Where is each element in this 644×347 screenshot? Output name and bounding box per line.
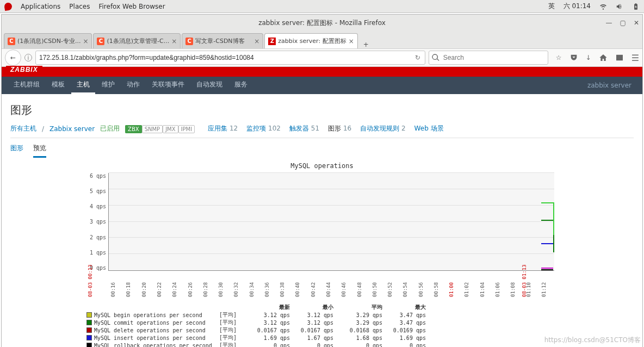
x-tick: 00:42 <box>311 282 316 297</box>
breadcrumb-link[interactable]: 图形 16 <box>328 124 351 133</box>
x-tick: 00:28 <box>203 282 208 297</box>
nav-item[interactable]: 动作 <box>121 77 145 94</box>
browser-tab[interactable]: C写文章-CSDN博客× <box>182 33 263 48</box>
browser-toolbar: ← i ↻ ☆ ↓ ☰ <box>2 48 642 67</box>
window-title: zabbix server: 配置图标 - Mozilla Firefox <box>258 18 386 28</box>
zabbix-favicon: Z <box>268 38 276 45</box>
breadcrumb-link[interactable]: 触发器 51 <box>289 124 319 133</box>
url-bar[interactable]: ↻ <box>35 51 425 65</box>
info-icon[interactable]: i <box>24 54 32 61</box>
page-tab[interactable]: 图形 <box>10 144 23 158</box>
color-swatch <box>86 335 92 340</box>
zabbix-logo[interactable]: ZABBIX <box>6 66 42 77</box>
chart-title: MySQL operations <box>10 162 634 170</box>
y-tick: 6 qps <box>90 173 106 179</box>
csdn-favicon: C <box>97 38 104 45</box>
page-title: 图形 <box>10 103 634 117</box>
x-tick: 00:32 <box>233 282 239 297</box>
tab-close-icon[interactable]: × <box>349 38 354 45</box>
bookmark-star-icon[interactable]: ☆ <box>556 54 562 61</box>
series-line <box>541 220 553 221</box>
breadcrumb-link[interactable]: 应用集 12 <box>208 124 238 133</box>
x-tick: 00:22 <box>157 282 162 297</box>
applications-menu[interactable]: Applications <box>21 3 60 10</box>
close-button[interactable]: ✕ <box>634 19 639 27</box>
chart-plot <box>108 173 554 271</box>
tab-label: (1条消息)CSDN-专业... <box>17 37 81 45</box>
x-tick: 00:30 <box>218 282 224 297</box>
tab-close-icon[interactable]: × <box>83 38 88 45</box>
wifi-icon[interactable] <box>599 3 607 10</box>
volume-icon[interactable] <box>616 3 623 10</box>
nav-item[interactable]: 主机群组 <box>8 77 45 94</box>
series-line <box>541 268 553 269</box>
search-bar[interactable] <box>429 51 548 65</box>
browser-tab[interactable]: C(1条消息)CSDN-专业...× <box>4 33 92 48</box>
x-tick: 00:54 <box>403 282 408 297</box>
tab-close-icon[interactable]: × <box>254 38 259 45</box>
page-tab[interactable]: 预览 <box>33 144 46 158</box>
color-swatch <box>86 320 92 325</box>
breadcrumb-link[interactable]: Web 场景 <box>414 124 444 133</box>
x-tick: 00:36 <box>264 282 270 297</box>
new-tab-button[interactable]: + <box>359 41 373 48</box>
firefox-window: zabbix server: 配置图标 - Mozilla Firefox — … <box>1 14 643 347</box>
x-tick: 00:26 <box>188 282 193 297</box>
x-axis: 08-03 00:1300:1600:1800:2000:2200:2400:2… <box>108 271 554 297</box>
sidebar-icon[interactable] <box>615 53 624 62</box>
app-title: Firefox Web Browser <box>98 3 165 10</box>
x-tick: 00:40 <box>295 282 300 297</box>
downloads-icon[interactable]: ↓ <box>586 54 591 61</box>
x-tick: 01:08 <box>510 282 516 297</box>
browser-tab[interactable]: C(1条消息)文章管理-C...× <box>93 33 181 48</box>
x-tick: 00:34 <box>249 282 255 297</box>
color-swatch <box>86 343 92 347</box>
url-input[interactable] <box>38 53 413 62</box>
y-tick: 3 qps <box>90 219 106 225</box>
nav-item[interactable]: 自动发现 <box>191 77 228 94</box>
y-tick: 4 qps <box>90 203 106 209</box>
series-line <box>541 269 553 270</box>
breadcrumb-link[interactable]: 自动发现规则 2 <box>360 124 405 133</box>
nav-item[interactable]: 维护 <box>96 77 120 94</box>
x-tick: 01:02 <box>464 282 469 297</box>
clock[interactable]: 六 01:14 <box>564 2 591 11</box>
enabled-label: 已启用 <box>100 124 120 133</box>
zabbix-page: ZABBIX 主机群组模板主机维护动作关联项事件自动发现服务 zabbix se… <box>2 67 642 347</box>
home-icon[interactable] <box>599 53 608 62</box>
nav-item[interactable]: 模板 <box>46 77 70 94</box>
places-menu[interactable]: Places <box>69 3 90 10</box>
zabbix-subnav: 主机群组模板主机维护动作关联项事件自动发现服务 zabbix server <box>2 77 642 94</box>
battery-icon[interactable] <box>632 3 640 10</box>
tab-close-icon[interactable]: × <box>171 38 177 45</box>
x-tick: 01:00 <box>449 282 454 297</box>
ime-indicator[interactable]: 英 <box>548 2 555 11</box>
host-link[interactable]: Zabbix server <box>49 125 95 133</box>
all-hosts-link[interactable]: 所有主机 <box>10 124 36 133</box>
breadcrumb-link[interactable]: 监控项 102 <box>246 124 281 133</box>
maximize-button[interactable]: ▢ <box>620 19 626 27</box>
x-date-left: 08-03 00:13 <box>88 264 93 297</box>
csdn-favicon: C <box>8 38 15 45</box>
nav-item[interactable]: 服务 <box>229 77 253 94</box>
x-tick: 01:04 <box>480 282 485 297</box>
watermark: https://blog.csdn@51CTO博客 <box>544 336 641 345</box>
pocket-icon[interactable] <box>569 53 578 62</box>
x-tick: 00:58 <box>434 282 439 297</box>
search-icon <box>431 53 440 62</box>
back-button[interactable]: ← <box>5 49 21 66</box>
search-input[interactable] <box>442 53 546 62</box>
tab-label: (1条消息)文章管理-C... <box>107 37 169 45</box>
nav-item[interactable]: 关联项事件 <box>146 77 190 94</box>
nav-item[interactable]: 主机 <box>71 77 95 94</box>
x-tick: 00:50 <box>372 282 377 297</box>
tab-label: 写文章-CSDN博客 <box>195 37 252 45</box>
y-axis: 6 qps5 qps4 qps3 qps2 qps1 qps0 qps <box>10 173 108 271</box>
x-tick: 00:46 <box>341 282 346 297</box>
tab-label: zabbix server: 配置图标 <box>278 37 346 45</box>
minimize-button[interactable]: — <box>606 19 612 27</box>
browser-tab[interactable]: Zzabbix server: 配置图标× <box>264 33 357 48</box>
reload-button[interactable]: ↻ <box>413 54 423 61</box>
y-tick: 1 qps <box>90 250 106 256</box>
hamburger-menu-icon[interactable]: ☰ <box>631 53 639 63</box>
